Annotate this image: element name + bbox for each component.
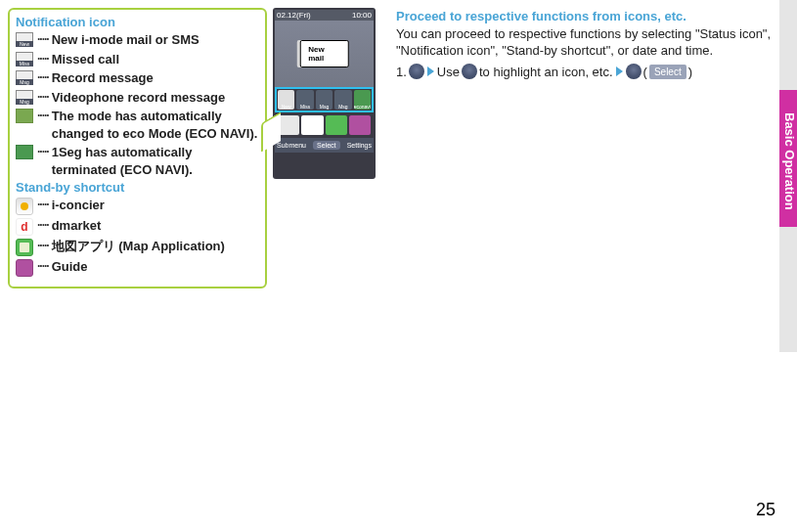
section-tab: Basic Operation bbox=[779, 90, 797, 227]
phone-tile-icon: Msg bbox=[316, 90, 332, 110]
legend-item: ····· dmarket bbox=[16, 217, 259, 236]
notification-row: New Miss Msg Msg econavi bbox=[275, 87, 374, 112]
instruction-step: 1. Use to highlight an icon, etc. ( Sele… bbox=[396, 64, 773, 81]
legend-desc: New i-mode mail or SMS bbox=[52, 31, 199, 49]
dmarket-icon bbox=[16, 218, 33, 236]
legend-item: ····· Guide bbox=[16, 258, 259, 277]
new-mail-popup: New mail bbox=[299, 40, 349, 67]
oneseg-eco-icon bbox=[16, 145, 33, 159]
step-number: 1. bbox=[396, 64, 407, 81]
dots: ····· bbox=[37, 31, 49, 47]
nav-center-icon bbox=[409, 64, 424, 79]
legend-item: Msg ····· Record message bbox=[16, 69, 259, 87]
instruction-text: Proceed to respective functions from ico… bbox=[396, 8, 773, 288]
videophone-msg-icon: Msg bbox=[16, 90, 33, 105]
nav-center-icon bbox=[626, 64, 642, 79]
legend-item: ····· i-concier bbox=[16, 197, 259, 215]
legend-item: ····· 地図アプリ (Map Application) bbox=[16, 238, 259, 256]
notification-icon-heading: Notification icon bbox=[16, 15, 259, 29]
eco-mode-icon bbox=[16, 109, 33, 123]
page-number: 25 bbox=[756, 500, 775, 520]
nav-dpad-icon bbox=[462, 64, 477, 79]
softkey-settings: Settings bbox=[347, 142, 372, 149]
instruction-heading: Proceed to respective functions from ico… bbox=[396, 8, 773, 25]
standby-shortcut-heading: Stand-by shortcut bbox=[16, 180, 259, 195]
phone-tile-icon: econavi bbox=[354, 90, 371, 110]
phone-wallpaper: New mail bbox=[275, 21, 374, 87]
phone-tile-icon: Msg bbox=[334, 90, 351, 110]
softkey-select: Select bbox=[313, 141, 339, 150]
i-concier-icon bbox=[16, 198, 33, 215]
new-mail-icon: New bbox=[16, 32, 33, 47]
phone-status-bar: 02.12(Fri) 10:00 bbox=[275, 10, 374, 21]
paren: ) bbox=[688, 64, 692, 81]
map-app-icon bbox=[16, 239, 33, 256]
phone-tile-icon bbox=[349, 115, 371, 135]
phone-tile-icon bbox=[301, 115, 323, 135]
record-msg-icon: Msg bbox=[16, 70, 33, 85]
select-label: Select bbox=[649, 65, 686, 80]
shortcut-row bbox=[275, 112, 374, 138]
phone-tile-icon bbox=[278, 115, 299, 135]
arrow-icon bbox=[427, 66, 434, 76]
phone-frame: 02.12(Fri) 10:00 New mail New Miss Msg M… bbox=[273, 8, 376, 179]
phone-tile-icon: Miss bbox=[296, 90, 313, 110]
instruction-body: You can proceed to respective functions … bbox=[396, 25, 773, 60]
legend-item: ····· The mode has automatically changed… bbox=[16, 108, 259, 142]
phone-screenshot: 02.12(Fri) 10:00 New mail New Miss Msg M… bbox=[273, 8, 390, 288]
legend-item: Msg ····· Videophone record message bbox=[16, 89, 259, 107]
missed-call-icon: Miss bbox=[16, 52, 33, 66]
phone-tile-icon: New bbox=[278, 90, 294, 110]
phone-time: 10:00 bbox=[352, 11, 372, 20]
phone-tile-icon bbox=[326, 115, 347, 135]
arrow-icon bbox=[616, 66, 623, 76]
step-text: Use bbox=[437, 64, 460, 81]
paren: ( bbox=[643, 64, 647, 81]
legend-item: Miss ····· Missed call bbox=[16, 51, 259, 68]
legend-item: New ····· New i-mode mail or SMS bbox=[16, 31, 259, 49]
phone-date: 02.12(Fri) bbox=[277, 11, 311, 20]
softkey-submenu: Submenu bbox=[277, 142, 306, 149]
legend-item: ····· 1Seg has automatically terminated … bbox=[16, 144, 259, 178]
icon-legend-box: Notification icon New ····· New i-mode m… bbox=[8, 8, 267, 288]
guide-icon bbox=[16, 259, 33, 277]
step-text: to highlight an icon, etc. bbox=[479, 64, 613, 81]
phone-softkeys: Submenu Select Settings bbox=[275, 138, 374, 153]
